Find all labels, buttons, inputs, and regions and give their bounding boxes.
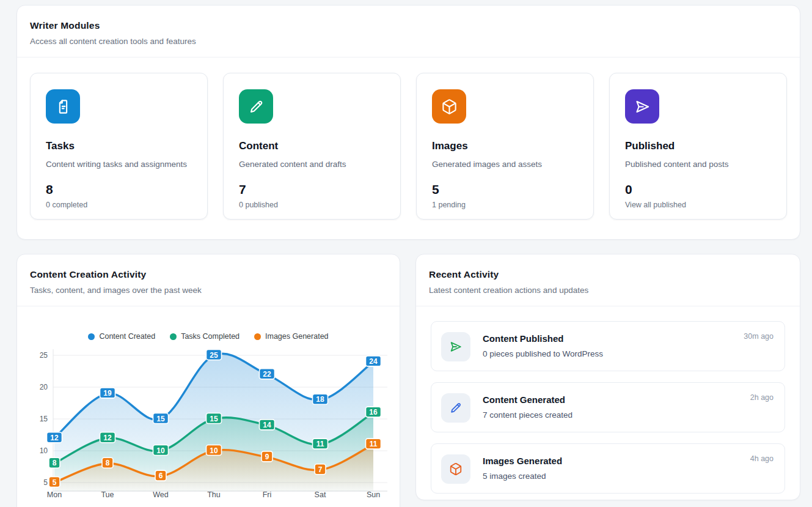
module-card-images[interactable]: Images Generated images and assets 5 1 p… bbox=[416, 73, 594, 220]
module-card-title: Tasks bbox=[46, 140, 192, 152]
activity-chart-panel: Content Creation Activity Tasks, content… bbox=[16, 254, 400, 507]
svg-text:8: 8 bbox=[53, 459, 57, 467]
module-card-count: 5 bbox=[432, 182, 578, 197]
svg-text:20: 20 bbox=[40, 383, 48, 391]
svg-text:Mon: Mon bbox=[47, 490, 62, 499]
legend-item-images-generated[interactable]: Images Generated bbox=[254, 332, 329, 341]
activity-title: Content Generated bbox=[483, 394, 572, 405]
activity-chart-header: Content Creation Activity Tasks, content… bbox=[17, 254, 400, 306]
module-card-stat: 0 published bbox=[239, 201, 385, 209]
svg-text:25: 25 bbox=[210, 351, 218, 360]
chart-subtitle: Tasks, content, and images over the past… bbox=[30, 286, 387, 295]
recent-activity-panel: Recent Activity Latest content creation … bbox=[415, 254, 800, 500]
svg-text:Wed: Wed bbox=[153, 490, 169, 499]
svg-text:10: 10 bbox=[156, 446, 165, 455]
recent-activity-subtitle: Latest content creation actions and upda… bbox=[429, 286, 787, 295]
svg-text:Thu: Thu bbox=[207, 490, 221, 499]
svg-text:Sat: Sat bbox=[315, 490, 326, 499]
module-card-count: 7 bbox=[239, 182, 385, 197]
activity-item-images-generated: Images Generated 5 images created 4h ago bbox=[431, 443, 785, 494]
module-card-description: Generated images and assets bbox=[432, 160, 578, 169]
svg-text:19: 19 bbox=[103, 389, 112, 398]
legend-label: Content Created bbox=[99, 332, 155, 341]
page-subtitle: Access all content creation tools and fe… bbox=[30, 37, 787, 46]
pencil-icon bbox=[239, 89, 273, 124]
activity-timestamp: 2h ago bbox=[750, 393, 774, 402]
page-title: Writer Modules bbox=[30, 20, 787, 31]
module-cards-row: Tasks Content writing tasks and assignme… bbox=[17, 57, 800, 235]
svg-text:18: 18 bbox=[316, 395, 324, 404]
module-card-tasks[interactable]: Tasks Content writing tasks and assignme… bbox=[30, 73, 208, 220]
cube-icon bbox=[441, 454, 470, 484]
module-card-stat: View all published bbox=[625, 201, 771, 209]
svg-text:15: 15 bbox=[210, 415, 218, 423]
recent-activity-list: Content Published 0 pieces published to … bbox=[416, 306, 800, 507]
legend-dot bbox=[170, 333, 177, 340]
legend-item-tasks-completed[interactable]: Tasks Completed bbox=[170, 332, 240, 341]
svg-text:8: 8 bbox=[106, 459, 110, 467]
svg-text:Tue: Tue bbox=[101, 490, 114, 499]
svg-text:16: 16 bbox=[369, 408, 378, 416]
writer-modules-panel: Writer Modules Access all content creati… bbox=[16, 5, 800, 240]
svg-text:15: 15 bbox=[156, 415, 165, 423]
svg-text:15: 15 bbox=[40, 415, 48, 423]
legend-item-content-created[interactable]: Content Created bbox=[88, 332, 155, 341]
activity-description: 5 images created bbox=[483, 472, 562, 481]
svg-text:11: 11 bbox=[370, 440, 378, 448]
activity-timestamp: 30m ago bbox=[744, 332, 774, 341]
cube-icon bbox=[432, 89, 466, 124]
svg-text:24: 24 bbox=[369, 357, 378, 366]
module-card-published[interactable]: Published Published content and posts 0 … bbox=[609, 73, 787, 220]
chart-legend: Content Created Tasks Completed Images G… bbox=[17, 331, 400, 342]
activity-item-body: Images Generated 5 images created bbox=[483, 454, 562, 483]
svg-text:14: 14 bbox=[263, 421, 271, 429]
module-card-description: Generated content and drafts bbox=[239, 160, 385, 169]
activity-item-body: Content Generated 7 content pieces creat… bbox=[483, 393, 572, 421]
legend-dot bbox=[254, 333, 261, 340]
module-card-stat: 0 completed bbox=[46, 201, 192, 209]
module-card-title: Images bbox=[432, 140, 578, 152]
svg-text:Sun: Sun bbox=[367, 490, 380, 499]
svg-text:11: 11 bbox=[316, 440, 324, 448]
activity-description: 7 content pieces created bbox=[483, 410, 572, 420]
writer-modules-header: Writer Modules Access all content creati… bbox=[17, 6, 800, 57]
svg-text:6: 6 bbox=[159, 472, 163, 480]
document-icon bbox=[46, 89, 80, 124]
recent-activity-title: Recent Activity bbox=[429, 269, 787, 280]
svg-text:25: 25 bbox=[40, 351, 48, 360]
svg-text:10: 10 bbox=[40, 446, 48, 455]
chart-title: Content Creation Activity bbox=[30, 269, 387, 280]
send-icon bbox=[441, 332, 470, 361]
activity-description: 0 pieces published to WordPress bbox=[483, 349, 603, 358]
activity-title: Content Published bbox=[483, 333, 603, 344]
svg-text:9: 9 bbox=[265, 453, 269, 461]
svg-text:Fri: Fri bbox=[263, 490, 272, 499]
activity-item-body: Content Published 0 pieces published to … bbox=[483, 332, 603, 360]
page-root: { "writer_modules": { "title": "Writer M… bbox=[0, 0, 812, 507]
activity-title: Images Generated bbox=[483, 456, 562, 466]
svg-text:5: 5 bbox=[43, 478, 48, 487]
activity-item-content-published: Content Published 0 pieces published to … bbox=[431, 321, 785, 371]
pencil-icon bbox=[441, 393, 470, 423]
module-card-title: Content bbox=[239, 140, 385, 152]
module-card-count: 0 bbox=[625, 182, 771, 197]
module-card-count: 8 bbox=[46, 182, 192, 197]
activity-item-content-generated: Content Generated 7 content pieces creat… bbox=[431, 382, 785, 432]
module-card-description: Published content and posts bbox=[625, 160, 771, 169]
svg-text:22: 22 bbox=[263, 370, 271, 379]
legend-label: Images Generated bbox=[265, 332, 329, 341]
module-card-content[interactable]: Content Generated content and drafts 7 0… bbox=[223, 73, 401, 220]
activity-timestamp: 4h ago bbox=[750, 454, 774, 463]
module-card-description: Content writing tasks and assignments bbox=[46, 160, 192, 169]
svg-text:7: 7 bbox=[318, 465, 323, 474]
activity-line-chart[interactable]: 510152025MonTueWedThuFriSatSun1219152522… bbox=[17, 342, 400, 507]
module-card-stat: 1 pending bbox=[432, 201, 578, 209]
svg-text:10: 10 bbox=[210, 446, 218, 455]
svg-text:12: 12 bbox=[50, 434, 59, 442]
legend-label: Tasks Completed bbox=[181, 332, 240, 341]
recent-activity-header: Recent Activity Latest content creation … bbox=[416, 254, 800, 306]
svg-text:5: 5 bbox=[53, 478, 57, 487]
svg-text:12: 12 bbox=[103, 434, 112, 442]
send-icon bbox=[625, 89, 659, 124]
module-card-title: Published bbox=[625, 140, 771, 152]
